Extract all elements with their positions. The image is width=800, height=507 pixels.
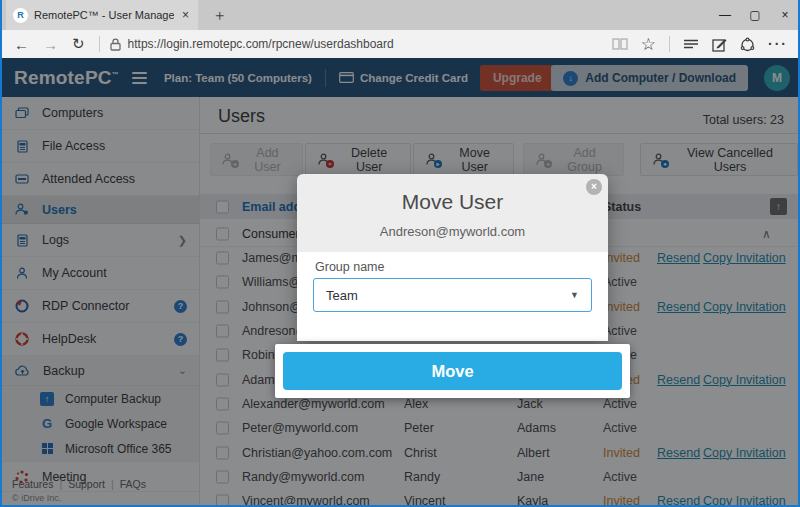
address-bar[interactable]: https://login.remotepc.com/rpcnew/userda… <box>128 37 394 51</box>
tab-close-icon[interactable]: × <box>180 8 191 22</box>
modal-body: Group name Team ▼ <box>297 252 608 341</box>
refresh-icon[interactable]: ↻ <box>72 35 85 53</box>
hub-icon[interactable] <box>683 38 699 50</box>
browser-navbar: ← → ↻ https://login.remotepc.com/rpcnew/… <box>0 30 800 59</box>
modal-close-icon[interactable]: × <box>586 179 602 195</box>
forward-icon[interactable]: → <box>43 36 58 53</box>
lock-icon <box>110 38 121 51</box>
screen: R RemotePC™ - User Management × ＋ — ▢ × … <box>0 0 800 507</box>
divider <box>99 36 100 52</box>
divider <box>669 36 670 52</box>
dropdown-arrow-icon: ▼ <box>570 290 579 300</box>
back-icon[interactable]: ← <box>14 36 29 53</box>
modal-header: Move User Andreson@myworld.com × <box>297 174 608 252</box>
group-name-select[interactable]: Team ▼ <box>313 278 592 312</box>
reading-view-icon[interactable] <box>612 38 628 50</box>
browser-tab[interactable]: R RemotePC™ - User Management × <box>6 0 198 30</box>
window-close-icon[interactable]: × <box>770 0 800 30</box>
tab-title: RemotePC™ - User Management <box>34 9 174 21</box>
share-icon[interactable] <box>740 37 755 52</box>
selected-group: Team <box>326 288 358 303</box>
move-confirm-button[interactable]: Move <box>283 352 622 390</box>
remotepc-favicon-icon: R <box>13 8 28 23</box>
new-tab-button[interactable]: ＋ <box>212 6 227 25</box>
app-page: RemotePC™ Plan: Team (50 Computers) Chan… <box>0 58 800 507</box>
modal-footer: Move <box>275 344 630 398</box>
more-options-icon[interactable]: ··· <box>768 36 788 52</box>
browser-titlebar: R RemotePC™ - User Management × ＋ — ▢ × <box>0 0 800 30</box>
window-restore-icon[interactable]: ▢ <box>740 0 770 30</box>
web-note-icon[interactable] <box>712 37 727 52</box>
group-name-label: Group name <box>315 260 384 274</box>
modal-title: Move User <box>297 174 608 214</box>
favorites-star-icon[interactable]: ☆ <box>641 34 656 55</box>
modal-subtitle: Andreson@myworld.com <box>297 224 608 239</box>
move-user-modal: Move User Andreson@myworld.com × Group n… <box>297 174 608 341</box>
window-minimize-icon[interactable]: — <box>710 0 740 30</box>
